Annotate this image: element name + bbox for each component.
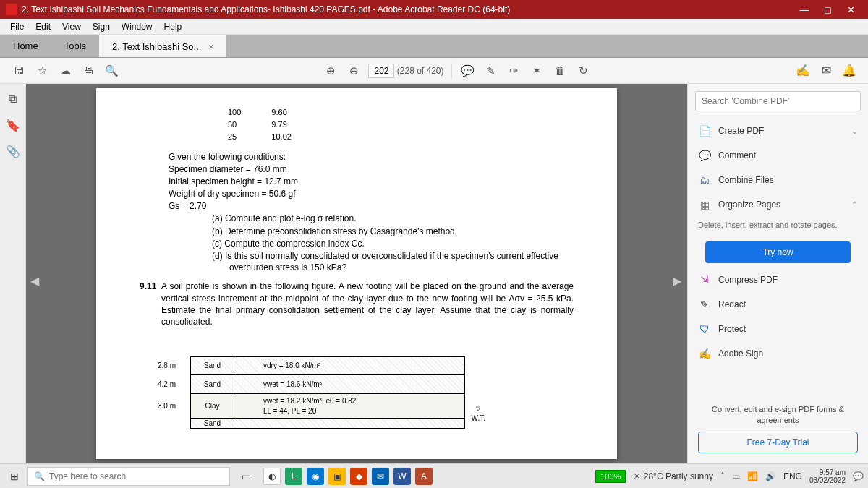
app-icon — [6, 4, 17, 15]
tool-comment[interactable]: 💬Comment — [695, 143, 861, 168]
window-title: 2. Text Ishibashi Soil Mechanics Fundame… — [22, 4, 510, 14]
page-up-icon[interactable]: ⊕ — [320, 61, 341, 81]
thumbnails-icon[interactable]: ⧉ — [5, 91, 21, 107]
nav-next-icon[interactable]: ▶ — [673, 274, 681, 288]
start-button[interactable]: ⊞ — [4, 466, 25, 487]
page-indicator: (228 of 420) — [368, 64, 443, 78]
close-button[interactable]: ✕ — [839, 4, 862, 15]
create-pdf-icon: 📄 — [698, 124, 711, 137]
page-total: (228 of 420) — [397, 66, 444, 76]
menu-edit[interactable]: Edit — [30, 22, 56, 32]
minimize-button[interactable]: — — [793, 4, 816, 15]
menu-bar: File Edit View Sign Window Help — [0, 19, 868, 35]
mail-icon[interactable]: ✉ — [816, 61, 836, 81]
delete-icon[interactable]: 🗑 — [550, 61, 571, 81]
taskbar-search[interactable]: 🔍Type here to search — [27, 467, 230, 486]
window-titlebar: 2. Text Ishibashi Soil Mechanics Fundame… — [0, 0, 868, 19]
draw-icon[interactable]: ✑ — [504, 61, 524, 81]
soil-profile-figure: New footing 2.8 mSandγdry = 18.0 kN/m³ 4… — [190, 356, 465, 429]
highlight-icon[interactable]: ✎ — [481, 61, 501, 81]
tools-panel: 📄Create PDF⌄ 💬Comment 🗂Combine Files ▦Or… — [687, 84, 868, 463]
menu-window[interactable]: Window — [116, 22, 158, 32]
app-word-icon[interactable]: W — [393, 468, 411, 485]
tab-document[interactable]: 2. Text Ishibashi So...× — [99, 35, 226, 57]
conditions-heading: Given the following conditions: — [169, 151, 574, 163]
tool-adobe-sign[interactable]: ✍Adobe Sign — [695, 341, 861, 366]
clock[interactable]: 9:57 am03/02/2022 — [809, 468, 846, 484]
star-icon[interactable]: ☆ — [32, 61, 52, 81]
wifi-icon[interactable]: 📶 — [747, 471, 758, 481]
toolbar: 🖫 ☆ ☁ 🖶 🔍 ⊕ ⊖ (228 of 420) 💬 ✎ ✑ ✶ 🗑 ↻ ✍… — [0, 58, 868, 84]
redact-icon: ✎ — [698, 298, 711, 311]
search-icon: 🔍 — [34, 471, 45, 481]
tab-home[interactable]: Home — [0, 35, 51, 57]
volume-icon[interactable]: 🔊 — [765, 471, 776, 481]
app-explorer-icon[interactable]: ▣ — [328, 468, 346, 485]
data-table: 1009.60 509.79 2510.02 — [226, 106, 322, 144]
try-now-button[interactable]: Try now — [705, 241, 851, 263]
print-icon[interactable]: 🖶 — [78, 61, 98, 81]
bookmark-icon[interactable]: 🔖 — [5, 117, 21, 133]
left-rail: ⧉ 🔖 📎 — [0, 84, 26, 463]
signature-icon[interactable]: ✍ — [793, 61, 813, 81]
adobe-sign-icon: ✍ — [698, 347, 711, 360]
protect-icon: 🛡 — [698, 322, 711, 335]
task-view-icon[interactable]: ▭ — [236, 466, 256, 487]
redo-icon[interactable]: ↻ — [574, 61, 594, 81]
tab-row: Home Tools 2. Text Ishibashi So...× — [0, 35, 868, 58]
comment-icon[interactable]: 💬 — [458, 61, 478, 81]
battery-icon[interactable]: ▭ — [732, 471, 740, 481]
promo-text: Convert, edit and e-sign PDF forms & agr… — [698, 404, 858, 426]
document-area: ◀ 1009.60 509.79 2510.02 Given the follo… — [26, 84, 868, 463]
app-office-icon[interactable]: ◆ — [350, 468, 367, 485]
compress-icon: ⇲ — [698, 273, 711, 286]
app-mail-icon[interactable]: ✉ — [372, 468, 389, 485]
organize-icon: ▦ — [698, 198, 711, 211]
tool-protect[interactable]: 🛡Protect — [695, 317, 861, 341]
windows-taskbar: ⊞ 🔍Type here to search ▭ ◐ L ◉ ▣ ◆ ✉ W A… — [0, 463, 868, 488]
save-icon[interactable]: 🖫 — [9, 61, 29, 81]
app-chrome-icon[interactable]: ◐ — [263, 468, 281, 485]
tool-compress[interactable]: ⇲Compress PDF — [695, 267, 861, 292]
tab-close-icon[interactable]: × — [208, 42, 213, 52]
pdf-page: 1009.60 509.79 2510.02 Given the followi… — [96, 88, 617, 459]
tool-redact[interactable]: ✎Redact — [695, 292, 861, 317]
app-edge-icon[interactable]: ◉ — [307, 468, 324, 485]
maximize-button[interactable]: ◻ — [816, 4, 839, 15]
free-trial-button[interactable]: Free 7-Day Trial — [698, 432, 858, 453]
tool-combine[interactable]: 🗂Combine Files — [695, 168, 861, 192]
chevron-up-icon: ⌃ — [851, 200, 858, 210]
app-excel-icon[interactable]: L — [285, 468, 302, 485]
notifications-icon[interactable]: 💬 — [853, 471, 864, 481]
language-indicator[interactable]: ENG — [783, 471, 802, 481]
weather-widget[interactable]: ☀ 28°C Partly sunny — [633, 471, 713, 481]
nav-prev-icon[interactable]: ◀ — [30, 274, 39, 288]
menu-file[interactable]: File — [4, 22, 30, 32]
zoom-indicator[interactable]: 100% — [595, 470, 626, 483]
app-acrobat-icon[interactable]: A — [415, 468, 433, 485]
problem-text: A soil profile is shown in the following… — [161, 281, 574, 328]
page-current-input[interactable] — [368, 64, 394, 78]
organize-description: Delete, insert, extract and rotate pages… — [695, 217, 861, 237]
chevron-down-icon: ⌄ — [851, 127, 858, 136]
menu-view[interactable]: View — [56, 22, 87, 32]
stamp-icon[interactable]: ✶ — [527, 61, 548, 81]
tool-create-pdf[interactable]: 📄Create PDF⌄ — [695, 119, 861, 143]
cloud-icon[interactable]: ☁ — [55, 61, 75, 81]
comment-tool-icon: 💬 — [698, 149, 711, 162]
bell-icon[interactable]: 🔔 — [839, 61, 859, 81]
water-table-label: W.T. — [472, 406, 485, 423]
combine-icon: 🗂 — [698, 174, 711, 187]
tab-tools[interactable]: Tools — [51, 35, 99, 57]
menu-sign[interactable]: Sign — [87, 22, 116, 32]
tools-search-input[interactable] — [695, 91, 861, 111]
attachment-icon[interactable]: 📎 — [5, 143, 21, 159]
tray-chevron-icon[interactable]: ˄ — [720, 471, 725, 481]
tool-organize[interactable]: ▦Organize Pages⌃ — [695, 192, 861, 217]
problem-number: 9.11 — [140, 281, 161, 328]
menu-help[interactable]: Help — [158, 22, 188, 32]
page-down-icon[interactable]: ⊖ — [344, 61, 364, 81]
search-icon[interactable]: 🔍 — [101, 61, 122, 81]
